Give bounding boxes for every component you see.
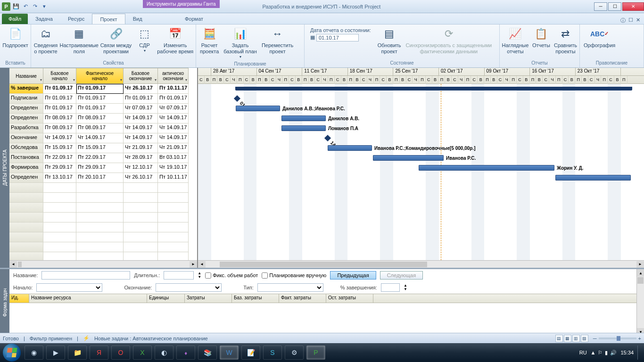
tab-file[interactable]: Файл — [2, 14, 28, 24]
undo-icon[interactable]: ↶ — [22, 3, 29, 10]
grid-hscroll[interactable]: ◄ ► — [9, 260, 197, 268]
grid-row[interactable] — [9, 203, 197, 213]
gantt-bar[interactable]: Иванова Р.С. — [373, 155, 444, 161]
grid-cell[interactable] — [43, 193, 76, 203]
visual-reports-button[interactable]: 📈Наглядные отчеты — [502, 25, 529, 56]
project-info-button[interactable]: 🗂Сведения о проекте — [33, 25, 58, 56]
grid-cell[interactable]: Пт 01.09.17 — [76, 84, 124, 94]
grid-cell[interactable]: Определен — [9, 114, 43, 123]
grid-cell[interactable]: Чт 14.09.17 — [124, 114, 158, 123]
taskbar-notepad[interactable]: 📝 — [241, 346, 260, 360]
grid-cell[interactable]: Пт 10.11.17 — [158, 173, 189, 183]
grid-cell[interactable] — [9, 242, 43, 252]
grid-cell[interactable]: % заверше — [9, 84, 43, 94]
grid-cell[interactable]: Чт 19.10.17 — [158, 163, 189, 173]
grid-cell[interactable]: Чт 21.09.17 — [158, 143, 189, 153]
grid-cell[interactable] — [124, 242, 158, 252]
grid-row[interactable] — [9, 242, 197, 252]
grid-cell[interactable]: Пт 01.09.17 — [158, 94, 189, 104]
grid-cell[interactable]: Пт 10.11.17 — [158, 84, 189, 94]
grid-cell[interactable] — [76, 252, 124, 260]
grid-cell[interactable]: Разработка — [9, 123, 43, 133]
grid-header-cell[interactable]: Базовоеначало▾ — [43, 68, 76, 84]
tab-task[interactable]: Задача — [28, 14, 60, 24]
taskbar-app-8[interactable]: ⬧ — [176, 346, 195, 360]
grid-cell[interactable] — [9, 193, 43, 203]
tab-view[interactable]: Вид — [125, 14, 150, 24]
taskbar-app-1[interactable]: ◉ — [25, 346, 43, 360]
grid-cell[interactable] — [9, 252, 43, 260]
grid-cell[interactable]: Чт 21.09.17 — [124, 143, 158, 153]
tray-net-icon[interactable]: ▮ — [605, 350, 608, 356]
grid-row[interactable]: РазработкаПт 08.09.17Пт 08.09.17Чт 14.09… — [9, 123, 197, 133]
tab-resource[interactable]: Ресурс — [60, 14, 92, 24]
restore-ribbon-icon[interactable]: ☐ — [628, 17, 633, 24]
grid-cell[interactable] — [124, 213, 158, 222]
taskbar-app-13[interactable]: ⚙ — [285, 346, 304, 360]
close-button[interactable]: ✕ — [622, 2, 644, 11]
form-vscroll[interactable]: ▲ ▼ — [636, 269, 644, 336]
gantt-scroll-thumb[interactable] — [220, 262, 427, 267]
tab-project[interactable]: Проект — [92, 14, 125, 24]
grid-cell[interactable]: Пт 29.09.17 — [76, 163, 124, 173]
form-duration-input[interactable] — [164, 271, 194, 280]
taskbar-chrome[interactable]: ◐ — [155, 346, 173, 360]
grid-row[interactable]: % завершеПт 01.09.17Пт 01.09.17Чт 26.10.… — [9, 84, 197, 94]
gantt-bar[interactable] — [555, 175, 631, 181]
grid-cell[interactable]: Чт 28.09.17 — [124, 153, 158, 163]
grid-row[interactable]: ОпределенПт 01.09.17Пт 01.09.17Чт 07.09.… — [9, 104, 197, 114]
spelling-button[interactable]: ABC✓Орфография — [582, 25, 617, 49]
update-project-button[interactable]: ▤Обновить проект — [376, 25, 403, 56]
grid-cell[interactable] — [124, 183, 158, 193]
grid-cell[interactable]: Пт 15.09.17 — [76, 143, 124, 153]
grid-cell[interactable]: Пт 08.09.17 — [43, 114, 76, 123]
scroll-right-icon[interactable]: ► — [190, 261, 197, 268]
view-team-icon[interactable]: ▥ — [572, 335, 580, 342]
view-usage-icon[interactable]: ▦ — [564, 335, 571, 342]
side-label-dates[interactable]: ДАТЫ ПРОЕКТА — [0, 68, 9, 268]
grid-cell[interactable]: Чт 14.09.17 — [158, 123, 189, 133]
grid-header-cell[interactable]: Базовоеокончание▾ — [124, 68, 158, 84]
form-type-select[interactable] — [257, 283, 323, 292]
gantt-bar[interactable]: Жорин У. Д. — [419, 165, 554, 171]
grid-row[interactable] — [9, 252, 197, 260]
grid-cell[interactable]: Чт 14.09.17 — [43, 133, 76, 143]
form-th-cell[interactable]: Единицы — [147, 294, 185, 303]
show-desktop[interactable] — [637, 346, 641, 360]
grid-row[interactable]: ОкончаниеЧт 14.09.17Чт 14.09.17Чт 14.09.… — [9, 133, 197, 143]
subproject-button[interactable]: 📄Подпроект — [2, 25, 29, 49]
grid-cell[interactable] — [9, 222, 43, 232]
tray-up-icon[interactable]: ▲ — [591, 350, 596, 356]
grid-cell[interactable] — [158, 232, 189, 242]
grid-cell[interactable]: Пт 08.09.17 — [43, 123, 76, 133]
grid-cell[interactable]: Чт 14.09.17 — [124, 133, 158, 143]
grid-cell[interactable]: Пт 22.09.17 — [76, 153, 124, 163]
maximize-button[interactable]: ☐ — [608, 2, 621, 11]
grid-cell[interactable] — [9, 203, 43, 213]
grid-row[interactable] — [9, 222, 197, 232]
grid-cell[interactable] — [158, 203, 189, 213]
gantt-hscroll[interactable]: ◄ ► — [198, 260, 644, 268]
grid-cell[interactable]: Постановка — [9, 153, 43, 163]
grid-cell[interactable] — [76, 183, 124, 193]
grid-row[interactable] — [9, 193, 197, 203]
grid-cell[interactable]: Чт 07.09.17 — [124, 104, 158, 114]
grid-cell[interactable] — [124, 193, 158, 203]
grid-cell[interactable]: Чт 14.09.17 — [158, 114, 189, 123]
form-th-cell[interactable]: Факт. затраты — [279, 294, 326, 303]
grid-cell[interactable] — [9, 213, 43, 222]
grid-cell[interactable]: Вт 03.10.17 — [158, 153, 189, 163]
grid-cell[interactable] — [76, 232, 124, 242]
redo-icon[interactable]: ↷ — [31, 3, 39, 10]
grid-row[interactable]: ОбследоваПт 15.09.17Пт 15.09.17Чт 21.09.… — [9, 143, 197, 153]
grid-cell[interactable]: Пт 08.09.17 — [76, 123, 124, 133]
grid-cell[interactable] — [76, 203, 124, 213]
grid-cell[interactable] — [43, 242, 76, 252]
taskbar-yandex[interactable]: Я — [90, 346, 108, 360]
gantt-bar[interactable]: 14.09 — [324, 135, 331, 141]
grid-cell[interactable] — [43, 222, 76, 232]
custom-fields-button[interactable]: ▦Настраиваемые поля — [59, 25, 99, 56]
grid-cell[interactable]: Чт 07.09.17 — [158, 104, 189, 114]
grid-cell[interactable]: Пт 01.09.17 — [76, 104, 124, 114]
zoom-in-icon[interactable]: + — [638, 336, 641, 341]
